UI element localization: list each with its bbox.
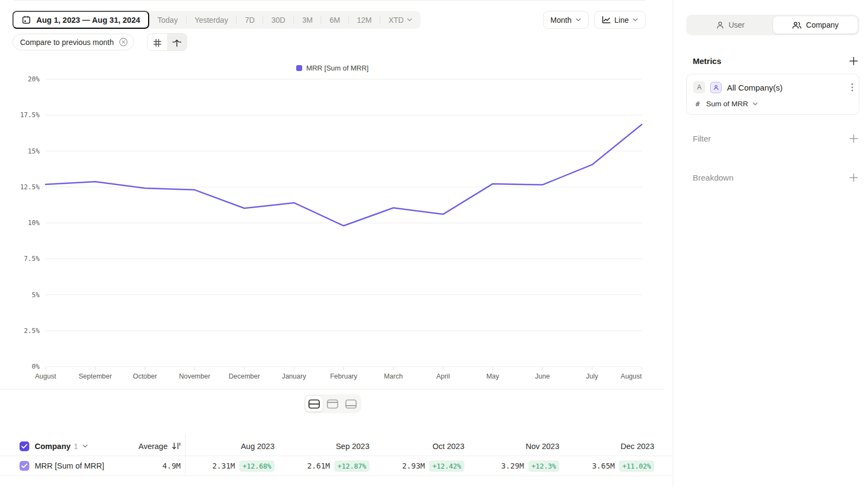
- preset-button-7d[interactable]: 7D: [237, 11, 263, 29]
- period-column-header[interactable]: Nov 2023: [470, 442, 565, 451]
- entity-column-label: Company: [35, 442, 71, 451]
- x-axis-label: November: [179, 373, 210, 380]
- filter-label: Filter: [693, 134, 711, 143]
- metric-row-average: 4.9M: [162, 462, 181, 470]
- x-axis-label: April: [436, 373, 450, 380]
- config-sidebar: User Company Metrics A: [673, 0, 868, 487]
- y-axis-tick-label: 20%: [28, 75, 40, 83]
- average-column-header[interactable]: Average: [138, 442, 181, 451]
- metric-value-cell: 2.93M+12.42%: [375, 460, 470, 472]
- y-axis-tick-label: 7.5%: [24, 255, 40, 262]
- chart-only-view-button[interactable]: [324, 396, 341, 412]
- mrr-series-line: [46, 125, 642, 226]
- toolbar-row-2: Compare to previous month: [12, 33, 187, 51]
- line-chart[interactable]: 0%2.5%5%7.5%10%12.5%15%17.5%20%AugustSep…: [0, 71, 665, 383]
- preset-button-today[interactable]: Today: [149, 11, 186, 29]
- table-row[interactable]: MRR [Sum of MRR] 4.9M 2.31M+12.68%2.61M+…: [0, 456, 673, 476]
- cell-value: 3.29M: [501, 462, 524, 470]
- chevron-down-icon[interactable]: [82, 444, 88, 448]
- preset-label: 6M: [329, 16, 340, 24]
- y-axis-tick-label: 5%: [32, 291, 40, 299]
- preset-button-xtd[interactable]: XTD: [380, 11, 420, 29]
- table-only-view-button[interactable]: [342, 396, 360, 412]
- add-filter-button[interactable]: [849, 134, 858, 143]
- x-axis-label: August: [35, 373, 56, 380]
- table-row-divider: [0, 476, 673, 476]
- preset-button-3m[interactable]: 3M: [294, 11, 321, 29]
- analytics-main-pane: Aug 1, 2023 — Aug 31, 2024 TodayYesterda…: [0, 0, 673, 487]
- metric-value-cell: 3.65M+11.02%: [565, 460, 660, 472]
- delta-badge: +12.42%: [429, 460, 464, 472]
- period-column-header[interactable]: Dec 2023: [565, 442, 660, 451]
- chevron-down-icon: [407, 18, 412, 22]
- add-metric-button[interactable]: [849, 56, 858, 66]
- split-view-button[interactable]: [305, 396, 323, 412]
- chart-option-toggles: [147, 33, 187, 51]
- preset-button-30d[interactable]: 30D: [263, 11, 293, 29]
- granularity-label: Month: [551, 16, 572, 24]
- cell-value: 3.65M: [592, 462, 615, 470]
- date-range-button[interactable]: Aug 1, 2023 — Aug 31, 2024: [12, 11, 149, 29]
- metric-value-cell: 2.61M+12.87%: [280, 460, 375, 472]
- remove-compare-icon[interactable]: [119, 37, 128, 47]
- metrics-section-title: Metrics: [693, 56, 722, 66]
- tab-user[interactable]: User: [688, 16, 773, 34]
- table-row-divider: [0, 456, 673, 456]
- metric-menu-button[interactable]: [851, 83, 853, 92]
- compare-chip[interactable]: Compare to previous month: [12, 34, 134, 50]
- entity-count: 1: [74, 442, 78, 451]
- metric-row-name: MRR [Sum of MRR]: [35, 462, 104, 470]
- entity-tabs: User Company: [686, 15, 859, 35]
- tab-user-label: User: [729, 21, 745, 29]
- preset-button-yesterday[interactable]: Yesterday: [187, 11, 237, 29]
- add-breakdown-button[interactable]: [849, 173, 858, 182]
- split-view-icon: [308, 399, 320, 409]
- preset-button-12m[interactable]: 12M: [349, 11, 380, 29]
- cell-value: 2.31M: [212, 462, 235, 470]
- preset-label: 7D: [245, 16, 254, 24]
- preset-button-6m[interactable]: 6M: [321, 11, 348, 29]
- sort-icon: [171, 442, 181, 450]
- select-all-checkbox[interactable]: [20, 441, 29, 451]
- toolbar: Aug 1, 2023 — Aug 31, 2024 TodayYesterda…: [12, 11, 646, 29]
- x-axis-label: October: [133, 373, 157, 380]
- filter-section: Filter: [693, 134, 858, 143]
- metric-value-cell: 3.29M+12.3%: [470, 460, 565, 472]
- breakdown-label: Breakdown: [693, 173, 733, 182]
- calendar-icon: [22, 15, 31, 24]
- table-header-row: Company 1 Average Aug 2023Sep 2023Oct 20…: [0, 437, 673, 456]
- chart-only-view-icon: [327, 399, 339, 409]
- numeric-property-icon: #: [695, 100, 700, 108]
- y-axis-tick-label: 15%: [28, 148, 40, 155]
- tab-company[interactable]: Company: [773, 16, 858, 34]
- x-axis-label: December: [228, 373, 260, 380]
- chevron-down-icon[interactable]: [752, 102, 758, 106]
- metric-entity-name: All Company(s): [727, 83, 783, 92]
- preset-label: Yesterday: [195, 16, 228, 24]
- grid-icon: [153, 39, 162, 47]
- cumulative-toggle-button[interactable]: [167, 34, 187, 51]
- x-axis-label: August: [621, 373, 642, 380]
- aggregation-label[interactable]: Sum of MRR: [706, 100, 748, 108]
- section-divider: [0, 389, 665, 389]
- granularity-dropdown[interactable]: Month: [543, 11, 589, 29]
- compare-chip-label: Compare to previous month: [20, 38, 114, 47]
- user-icon: [716, 21, 724, 29]
- series-letter-badge: A: [693, 81, 705, 93]
- breakdown-section: Breakdown: [693, 173, 858, 182]
- date-range-label: Aug 1, 2023 — Aug 31, 2024: [36, 16, 140, 24]
- metric-card[interactable]: A All Company(s) # Sum of MRR: [686, 74, 859, 115]
- chart-canvas: 0%2.5%5%7.5%10%12.5%15%17.5%20%AugustSep…: [0, 71, 665, 383]
- top-divider: [13, 0, 646, 1]
- row-checkbox[interactable]: [20, 461, 29, 471]
- grid-toggle-button[interactable]: [148, 34, 167, 51]
- period-column-header[interactable]: Oct 2023: [375, 442, 470, 451]
- table-header-left: Company 1 Average: [0, 441, 185, 451]
- chart-type-dropdown[interactable]: Line: [594, 11, 646, 29]
- chart-type-label: Line: [615, 16, 629, 24]
- x-axis-label: March: [384, 373, 403, 380]
- period-column-header[interactable]: Aug 2023: [185, 442, 280, 451]
- y-axis-tick-label: 10%: [28, 219, 40, 227]
- view-switcher: [0, 394, 665, 413]
- period-column-header[interactable]: Sep 2023: [280, 442, 375, 451]
